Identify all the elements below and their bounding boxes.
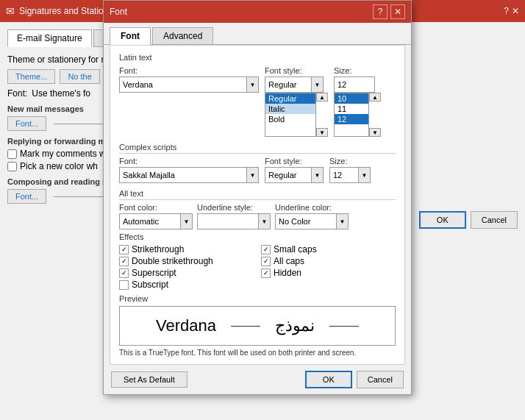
effect-superscript: ✓ Superscript	[119, 268, 254, 278]
latin-font-group: Font: ▼	[119, 66, 259, 93]
color-textbox[interactable]	[120, 217, 180, 226]
style-option-regular[interactable]: Regular	[265, 93, 315, 104]
color-label: Font color:	[119, 203, 193, 212]
underline-style-dropdown-arrow[interactable]: ▼	[258, 214, 270, 229]
subscript-checkbox[interactable]	[119, 280, 129, 290]
complex-style-input[interactable]: ▼	[265, 167, 324, 183]
preview-text-ar: نموذج	[275, 316, 315, 335]
underline-color-input[interactable]: ▼	[275, 213, 349, 229]
complex-font-group: Font: ▼	[119, 157, 259, 183]
latin-size-input[interactable]	[334, 76, 375, 93]
modal-help-btn[interactable]: ?	[373, 4, 388, 19]
complex-font-textbox[interactable]	[120, 171, 246, 179]
latin-size-label: Size:	[334, 66, 381, 75]
all-caps-checkbox[interactable]: ✓	[261, 257, 271, 266]
underline-color-dropdown-arrow[interactable]: ▼	[336, 214, 348, 229]
underline-color-label: Underline color:	[275, 203, 349, 212]
size-list[interactable]: 10 11 12	[334, 93, 369, 137]
effect-small-caps: ✓ Small caps	[261, 244, 396, 255]
footer-left: Set As Default	[111, 371, 188, 388]
modal-close-btn[interactable]: ✕	[390, 4, 405, 19]
complex-size-input[interactable]: ▼	[329, 167, 371, 183]
complex-fields-row: Font: ▼ Font style: ▼ Size:	[119, 157, 396, 183]
tab-advanced[interactable]: Advanced	[152, 27, 213, 44]
style-scroll-up[interactable]: ▲	[316, 93, 328, 102]
effects-section: Effects ✓ Strikethrough ✓ Small caps ✓ D…	[119, 232, 396, 290]
all-caps-label: All caps	[274, 256, 304, 266]
underline-style-label: Underline style:	[197, 203, 271, 212]
underline-color-textbox[interactable]	[276, 217, 336, 226]
complex-style-group: Font style: ▼	[265, 157, 324, 183]
modal-cancel-btn[interactable]: Cancel	[357, 371, 404, 388]
color-dropdown-arrow[interactable]: ▼	[180, 214, 192, 229]
style-list[interactable]: Regular Italic Bold	[265, 93, 316, 137]
latin-font-dropdown-arrow[interactable]: ▼	[246, 77, 258, 92]
preview-underline-left	[231, 326, 260, 327]
effects-label: Effects	[119, 232, 396, 241]
complex-size-textbox[interactable]	[330, 171, 358, 179]
style-option-italic[interactable]: Italic	[265, 104, 315, 114]
all-text-label: All text	[119, 189, 396, 200]
preview-section: Preview Verdana نموذج This is a TrueType…	[119, 294, 396, 357]
modal-controls: ? ✕	[373, 4, 405, 19]
modal-body: Latin text Font: ▼ Font style: ▼	[110, 45, 405, 365]
strikethrough-label: Strikethrough	[132, 244, 184, 255]
style-scroll-btns: ▲ ▼	[316, 93, 328, 137]
font-dialog: Font ? ✕ Font Advanced Latin text Font: …	[103, 0, 412, 395]
complex-size-group: Size: ▼	[329, 157, 371, 183]
complex-size-dropdown-arrow[interactable]: ▼	[358, 168, 370, 182]
underline-style-textbox[interactable]	[198, 217, 258, 226]
latin-style-textbox[interactable]	[265, 80, 311, 89]
set-as-default-btn[interactable]: Set As Default	[111, 371, 188, 388]
complex-font-input[interactable]: ▼	[119, 167, 259, 183]
modal-ok-btn[interactable]: OK	[305, 371, 352, 388]
effect-double-strikethrough: ✓ Double strikethrough	[119, 256, 254, 266]
style-option-bold[interactable]: Bold	[265, 114, 315, 124]
double-strikethrough-checkbox[interactable]: ✓	[119, 257, 129, 266]
modal-titlebar: Font ? ✕	[104, 1, 411, 23]
complex-font-dropdown-arrow[interactable]: ▼	[246, 168, 258, 182]
size-list-container: 10 11 12 ▲ ▼	[334, 93, 381, 137]
underline-style-input[interactable]: ▼	[197, 213, 271, 229]
size-scroll-up[interactable]: ▲	[369, 93, 381, 102]
complex-scripts-label: Complex scripts	[119, 143, 396, 154]
tab-font[interactable]: Font	[110, 27, 151, 45]
complex-font-label: Font:	[119, 157, 259, 165]
preview-box: Verdana نموذج	[119, 306, 396, 346]
modal-footer: Set As Default OK Cancel	[104, 365, 411, 394]
latin-font-textbox[interactable]	[120, 80, 246, 89]
effect-hidden: ✓ Hidden	[261, 268, 396, 278]
size-scroll-down[interactable]: ▼	[369, 128, 381, 137]
footer-right: OK Cancel	[305, 371, 404, 388]
small-caps-label: Small caps	[274, 244, 317, 255]
effect-all-caps: ✓ All caps	[261, 256, 396, 266]
effect-subscript: Subscript	[119, 280, 254, 290]
style-scroll-down[interactable]: ▼	[316, 128, 328, 137]
size-option-11[interactable]: 11	[335, 104, 368, 114]
small-caps-checkbox[interactable]: ✓	[261, 245, 271, 255]
superscript-checkbox[interactable]: ✓	[119, 268, 129, 278]
style-list-container: Regular Italic Bold ▲ ▼	[265, 93, 328, 137]
complex-style-label: Font style:	[265, 157, 324, 165]
superscript-label: Superscript	[132, 268, 176, 278]
latin-style-input[interactable]: ▼	[265, 76, 324, 93]
size-option-12[interactable]: 12	[335, 114, 368, 124]
strikethrough-checkbox[interactable]: ✓	[119, 245, 129, 255]
hidden-checkbox[interactable]: ✓	[261, 268, 271, 278]
truetype-note: This is a TrueType font. This font will …	[119, 349, 396, 357]
color-group: Font color: ▼	[119, 203, 193, 229]
latin-text-label: Latin text	[119, 53, 396, 62]
preview-underline-right	[329, 326, 359, 327]
latin-size-textbox[interactable]	[335, 80, 374, 89]
latin-style-label: Font style:	[265, 66, 328, 75]
preview-label: Preview	[119, 294, 396, 303]
effect-strikethrough: ✓ Strikethrough	[119, 244, 254, 255]
latin-style-dropdown-arrow[interactable]: ▼	[311, 77, 323, 92]
color-input[interactable]: ▼	[119, 213, 193, 229]
complex-style-dropdown-arrow[interactable]: ▼	[311, 168, 323, 182]
latin-font-input[interactable]: ▼	[119, 76, 259, 93]
all-text-row: Font color: ▼ Underline style: ▼ Underli…	[119, 203, 396, 229]
complex-style-textbox[interactable]	[265, 171, 311, 179]
size-option-10[interactable]: 10	[335, 93, 368, 104]
preview-text-en: Verdana	[156, 316, 216, 335]
